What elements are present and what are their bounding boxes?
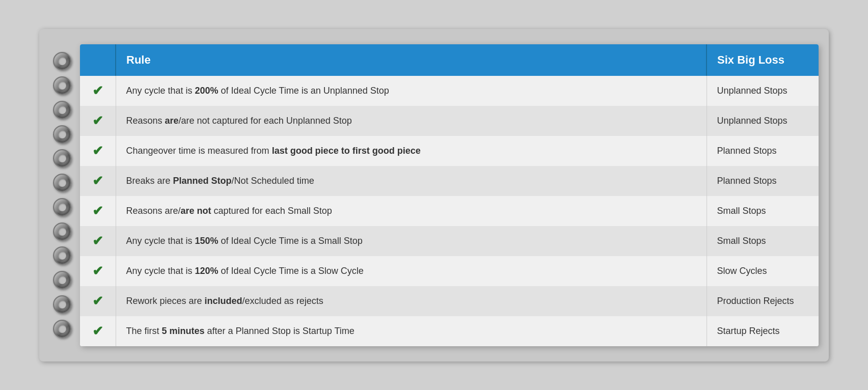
checkmark-icon: ✔ bbox=[92, 323, 103, 339]
table-row: ✔Any cycle that is 200% of Ideal Cycle T… bbox=[80, 76, 819, 106]
spiral-ring bbox=[53, 149, 71, 168]
rule-cell: Reasons are/are not captured for each Un… bbox=[116, 106, 707, 136]
checkmark-cell: ✔ bbox=[80, 166, 116, 196]
spiral-ring bbox=[53, 174, 71, 192]
sixbigloss-cell: Production Rejects bbox=[707, 286, 819, 316]
rule-cell: Changeover time is measured from last go… bbox=[116, 136, 707, 166]
header-sixbigloss-col: Six Big Loss bbox=[707, 44, 819, 76]
checkmark-cell: ✔ bbox=[80, 196, 116, 226]
checkmark-cell: ✔ bbox=[80, 286, 116, 316]
spiral-ring bbox=[53, 320, 71, 338]
page-wrapper: Rule Six Big Loss ✔Any cycle that is 200… bbox=[39, 29, 829, 361]
sixbigloss-cell: Planned Stops bbox=[707, 166, 819, 196]
rule-cell: Rework pieces are included/excluded as r… bbox=[116, 286, 707, 316]
spiral-ring bbox=[53, 52, 71, 70]
sixbigloss-cell: Startup Rejects bbox=[707, 316, 819, 346]
table-row: ✔Any cycle that is 120% of Ideal Cycle T… bbox=[80, 256, 819, 286]
table-row: ✔Breaks are Planned Stop/Not Scheduled t… bbox=[80, 166, 819, 196]
sixbigloss-cell: Slow Cycles bbox=[707, 256, 819, 286]
rule-cell: The first 5 minutes after a Planned Stop… bbox=[116, 316, 707, 346]
checkmark-icon: ✔ bbox=[92, 143, 103, 158]
spiral-ring bbox=[53, 271, 71, 289]
sixbigloss-cell: Small Stops bbox=[707, 226, 819, 256]
spiral-ring bbox=[53, 101, 71, 119]
rules-table: Rule Six Big Loss ✔Any cycle that is 200… bbox=[80, 44, 819, 346]
table-header-row: Rule Six Big Loss bbox=[80, 44, 819, 76]
table-row: ✔Reasons are/are not captured for each U… bbox=[80, 106, 819, 136]
checkmark-cell: ✔ bbox=[80, 316, 116, 346]
rule-cell: Any cycle that is 120% of Ideal Cycle Ti… bbox=[116, 256, 707, 286]
rule-cell: Any cycle that is 150% of Ideal Cycle Ti… bbox=[116, 226, 707, 256]
checkmark-cell: ✔ bbox=[80, 256, 116, 286]
checkmark-icon: ✔ bbox=[92, 203, 103, 218]
checkmark-icon: ✔ bbox=[92, 83, 103, 98]
checkmark-icon: ✔ bbox=[92, 293, 103, 309]
table-row: ✔Rework pieces are included/excluded as … bbox=[80, 286, 819, 316]
checkmark-icon: ✔ bbox=[92, 113, 103, 128]
header-check-col bbox=[80, 44, 116, 76]
sixbigloss-cell: Small Stops bbox=[707, 196, 819, 226]
sixbigloss-cell: Unplanned Stops bbox=[707, 106, 819, 136]
rule-cell: Any cycle that is 200% of Ideal Cycle Ti… bbox=[116, 76, 707, 106]
checkmark-cell: ✔ bbox=[80, 106, 116, 136]
checkmark-icon: ✔ bbox=[92, 233, 103, 248]
sixbigloss-cell: Unplanned Stops bbox=[707, 76, 819, 106]
checkmark-icon: ✔ bbox=[92, 173, 103, 188]
spiral-ring bbox=[53, 198, 71, 216]
spiral-ring bbox=[53, 246, 71, 265]
spiral-ring bbox=[53, 125, 71, 144]
checkmark-cell: ✔ bbox=[80, 226, 116, 256]
checkmark-cell: ✔ bbox=[80, 76, 116, 106]
sixbigloss-cell: Planned Stops bbox=[707, 136, 819, 166]
table-row: ✔Any cycle that is 150% of Ideal Cycle T… bbox=[80, 226, 819, 256]
table-row: ✔Reasons are/are not captured for each S… bbox=[80, 196, 819, 226]
checkmark-cell: ✔ bbox=[80, 136, 116, 166]
spiral-ring bbox=[53, 76, 71, 95]
notebook: Rule Six Big Loss ✔Any cycle that is 200… bbox=[80, 44, 819, 346]
table-row: ✔Changeover time is measured from last g… bbox=[80, 136, 819, 166]
rule-cell: Reasons are/are not captured for each Sm… bbox=[116, 196, 707, 226]
spiral-ring bbox=[53, 222, 71, 241]
spiral-binding bbox=[44, 44, 80, 346]
rule-cell: Breaks are Planned Stop/Not Scheduled ti… bbox=[116, 166, 707, 196]
spiral-ring bbox=[53, 295, 71, 314]
header-rule-col: Rule bbox=[116, 44, 707, 76]
checkmark-icon: ✔ bbox=[92, 263, 103, 278]
table-row: ✔The first 5 minutes after a Planned Sto… bbox=[80, 316, 819, 346]
